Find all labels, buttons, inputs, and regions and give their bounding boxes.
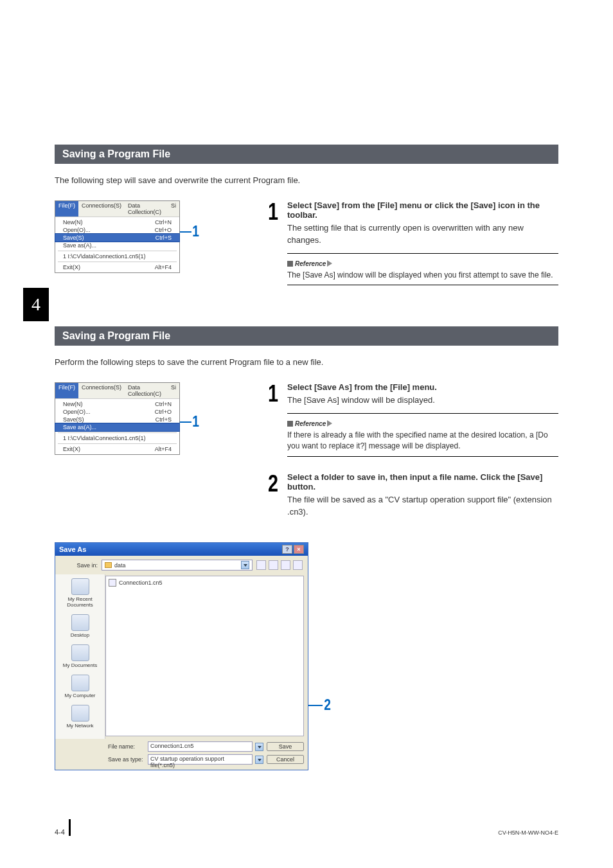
section-intro-2: Perform the following steps to save the …: [55, 357, 558, 367]
step-1-desc: The setting file that is currently open …: [287, 222, 558, 247]
menubar-data-collection[interactable]: Data Collection(C): [125, 383, 168, 398]
step-1-title: Select [Save] from the [File] menu or cl…: [287, 200, 558, 220]
save-as-title: Save As: [59, 545, 86, 553]
sidebar-my-documents[interactable]: My Documents: [55, 644, 105, 668]
my-network-icon: [71, 705, 89, 722]
save-in-dropdown[interactable]: data: [102, 560, 253, 571]
footer-bar-icon: [69, 819, 71, 836]
file-menu-2: File(F) Connections(S) Data Collection(C…: [55, 382, 180, 455]
step-b2-title: Select a folder to save in, then input a…: [287, 472, 558, 492]
save-in-folder-name: data: [114, 562, 126, 569]
menu-item-save[interactable]: Save(S)Ctrl+S: [55, 416, 179, 423]
reference-square-icon: [287, 421, 293, 427]
file-list-item[interactable]: Connection1.cn5: [109, 579, 301, 587]
sidebar-my-computer[interactable]: My Computer: [55, 675, 105, 698]
sidebar-recent-documents[interactable]: My Recent Documents: [55, 578, 105, 608]
reference-square-icon: [287, 261, 293, 267]
views-icon[interactable]: [293, 560, 303, 570]
callout-number-2: 2: [324, 696, 331, 714]
folder-icon: [105, 562, 112, 568]
save-type-label: Save as type:: [108, 756, 145, 763]
section-header-2: Saving a Program File: [55, 326, 558, 346]
document-id: CV-H5N-M-WW-NO4-E: [498, 829, 558, 836]
step-b1-desc: The [Save As] window will be displayed.: [287, 394, 558, 407]
page-footer: 4-4 CV-H5N-M-WW-NO4-E: [55, 819, 558, 836]
save-button[interactable]: Save: [267, 742, 304, 751]
chapter-tab: 4: [23, 288, 49, 321]
reference-text-2: If there is already a file with the spec…: [287, 430, 558, 452]
callout-line-b1: [180, 421, 191, 423]
menubar-cut: Si: [168, 201, 179, 217]
step-b2-layout: 2 Select a folder to save in, then input…: [55, 472, 558, 525]
step-b2-text: 2 Select a folder to save in, then input…: [267, 472, 558, 525]
reference-arrow-icon: [327, 260, 332, 267]
close-button-icon[interactable]: ×: [294, 545, 304, 554]
step-number-b2: 2: [268, 472, 278, 525]
reference-label: Reference: [295, 420, 326, 427]
my-documents-icon: [71, 644, 89, 661]
back-icon[interactable]: [256, 560, 266, 570]
file-menu: File(F) Connections(S) Data Collection(C…: [55, 200, 180, 273]
page-number: 4-4: [55, 828, 65, 836]
reference-arrow-icon: [327, 420, 332, 427]
my-computer-icon: [71, 675, 89, 691]
menu-item-save-as-highlighted[interactable]: Save as(A)...: [55, 423, 179, 431]
menubar-connections[interactable]: Connections(S): [78, 201, 125, 217]
menu-item-new[interactable]: New(N)Ctrl+N: [55, 400, 179, 408]
new-folder-icon[interactable]: [281, 560, 290, 570]
step-1-text: 1 Select [Save] from the [File] menu or …: [267, 200, 558, 285]
figure-save-as-dialog: Save As ? × Save in: data: [55, 542, 558, 770]
step-b1-layout: File(F) Connections(S) Data Collection(C…: [55, 382, 558, 457]
menu-item-new[interactable]: New(N)Ctrl+N: [55, 218, 179, 226]
step-1-layout: File(F) Connections(S) Data Collection(C…: [55, 200, 558, 285]
reference-text-1: The [Save As] window will be displayed w…: [287, 270, 558, 281]
desktop-icon: [71, 614, 89, 631]
chevron-down-icon[interactable]: [255, 756, 263, 764]
menu-item-exit[interactable]: Exit(X)Alt+F4: [55, 445, 179, 453]
menu-item-open[interactable]: Open(O)...Ctrl+O: [55, 408, 179, 416]
menu-item-save-as[interactable]: Save as(A)...: [55, 242, 179, 249]
menu-item-recent[interactable]: 1 I:\CV\data\Connection1.cn5(1): [55, 434, 179, 442]
file-name-input[interactable]: Connection1.cn5: [148, 741, 253, 752]
reference-box-1: Reference The [Save As] window will be d…: [287, 253, 558, 285]
recent-documents-icon: [71, 578, 89, 595]
section-intro-1: The following step will save and overwri…: [55, 175, 558, 185]
step-number-b1: 1: [268, 382, 278, 457]
file-name-label: File name:: [108, 743, 145, 750]
menu-item-save-highlighted[interactable]: Save(S)Ctrl+S: [55, 234, 179, 242]
callout-number-b1: 1: [192, 412, 199, 430]
menubar-file[interactable]: File(F): [55, 201, 78, 217]
callout-line-2: [308, 705, 323, 706]
sidebar-desktop[interactable]: Desktop: [55, 614, 105, 638]
chevron-down-icon[interactable]: [241, 561, 249, 569]
step-b1-title: Select [Save As] from the [File] menu.: [287, 382, 558, 392]
callout-line-1: [180, 231, 191, 233]
file-list-area[interactable]: Connection1.cn5: [105, 576, 304, 736]
up-one-level-icon[interactable]: [269, 560, 278, 570]
page-content: Saving a Program File The following step…: [0, 0, 613, 770]
figure-file-menu-save: File(F) Connections(S) Data Collection(C…: [55, 200, 247, 285]
save-as-dialog: Save As ? × Save in: data: [55, 542, 308, 770]
menubar-connections[interactable]: Connections(S): [78, 383, 125, 398]
reference-box-2: Reference If there is already a file wit…: [287, 413, 558, 457]
step-b2-desc: The file will be saved as a "CV startup …: [287, 494, 558, 518]
callout-number-1: 1: [192, 222, 199, 240]
menubar-data-collection[interactable]: Data Collection(C): [125, 201, 168, 217]
save-in-label: Save in:: [60, 562, 98, 569]
sidebar-my-network[interactable]: My Network: [55, 705, 105, 729]
menubar-file[interactable]: File(F): [55, 383, 78, 398]
save-type-dropdown[interactable]: CV startup operation support file(*.cn5): [148, 754, 253, 765]
cancel-button[interactable]: Cancel: [267, 755, 304, 764]
menu-item-recent[interactable]: 1 I:\CV\data\Connection1.cn5(1): [55, 252, 179, 260]
file-icon: [109, 579, 116, 587]
figure-file-menu-saveas: File(F) Connections(S) Data Collection(C…: [55, 382, 247, 457]
chevron-down-icon[interactable]: [255, 743, 263, 751]
section-header-1: Saving a Program File: [55, 145, 558, 164]
step-number-1: 1: [268, 200, 278, 285]
menubar-cut: Si: [168, 383, 179, 398]
reference-label: Reference: [295, 260, 326, 267]
menu-item-exit[interactable]: Exit(X)Alt+F4: [55, 263, 179, 271]
step-b1-text: 1 Select [Save As] from the [File] menu.…: [267, 382, 558, 457]
menu-item-open[interactable]: Open(O)...Ctrl+O: [55, 226, 179, 234]
help-button-icon[interactable]: ?: [282, 545, 292, 554]
